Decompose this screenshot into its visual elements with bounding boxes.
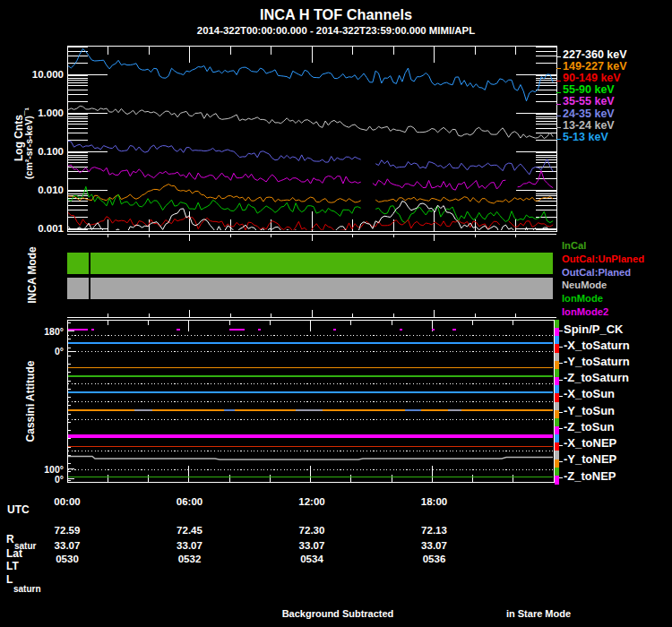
svg-text:IonMode2: IonMode2 — [562, 306, 608, 317]
svg-text:-Z_toSun: -Z_toSun — [564, 420, 614, 434]
svg-text:-Y_toNEP: -Y_toNEP — [564, 452, 617, 466]
svg-text:IonMode: IonMode — [562, 293, 603, 304]
svg-text:(cm²-sr-s-keV)¯¹: (cm²-sr-s-keV)¯¹ — [23, 107, 34, 179]
svg-text:-X_toSun: -X_toSun — [564, 387, 615, 400]
svg-text:0530: 0530 — [56, 554, 79, 564]
svg-text:72.13: 72.13 — [421, 525, 447, 536]
svg-text:-X_toNEP: -X_toNEP — [564, 436, 617, 450]
svg-text:180°: 180° — [44, 326, 64, 337]
svg-text:InCal: InCal — [562, 240, 586, 251]
svg-text:-X_toSaturn: -X_toSaturn — [564, 339, 630, 352]
svg-text:72.59: 72.59 — [55, 525, 81, 536]
svg-text:18:00: 18:00 — [421, 496, 447, 507]
svg-text:saturn: saturn — [13, 584, 41, 594]
svg-text:INCA H TOF Channels: INCA H TOF Channels — [260, 6, 412, 22]
svg-text:Spin/P_CK: Spin/P_CK — [564, 322, 624, 336]
svg-text:0°: 0° — [55, 474, 64, 485]
svg-text:5-13 keV: 5-13 keV — [563, 131, 608, 143]
svg-text:55-90 keV: 55-90 keV — [563, 83, 615, 96]
svg-text:06:00: 06:00 — [177, 496, 202, 507]
svg-text:Lat: Lat — [6, 547, 22, 560]
svg-text:0.001: 0.001 — [38, 223, 64, 234]
svg-text:12:00: 12:00 — [298, 496, 324, 507]
svg-text:35-55 keV: 35-55 keV — [563, 95, 615, 107]
svg-text:10.000: 10.000 — [32, 69, 64, 80]
svg-text:1.000: 1.000 — [38, 107, 64, 118]
svg-text:INCA Mode: INCA Mode — [26, 246, 39, 304]
svg-text:72.30: 72.30 — [299, 525, 325, 536]
svg-text:Background Subtracted: Background Subtracted — [282, 608, 394, 619]
svg-text:33.07: 33.07 — [299, 540, 325, 551]
svg-text:24-35 keV: 24-35 keV — [563, 107, 615, 120]
svg-text:NeuMode: NeuMode — [562, 279, 607, 290]
svg-text:-Z_toNEP: -Z_toNEP — [564, 469, 616, 483]
svg-text:90-149 keV: 90-149 keV — [563, 72, 621, 84]
svg-text:OutCal:Planed: OutCal:Planed — [562, 267, 631, 278]
svg-text:-Y_toSun: -Y_toSun — [564, 404, 615, 417]
svg-text:0532: 0532 — [178, 554, 202, 564]
svg-text:R: R — [6, 533, 14, 545]
svg-text:Cassini Attitude: Cassini Attitude — [24, 360, 37, 442]
svg-text:0.100: 0.100 — [38, 146, 64, 157]
svg-text:227-360 keV: 227-360 keV — [563, 48, 627, 61]
svg-text:33.07: 33.07 — [177, 540, 202, 551]
svg-text:-Z_toSaturn: -Z_toSaturn — [564, 371, 629, 384]
svg-text:72.45: 72.45 — [177, 525, 202, 536]
svg-text:2014-322T00:00:00.000 - 2014-3: 2014-322T00:00:00.000 - 2014-322T23:59:0… — [197, 25, 475, 36]
svg-text:0.010: 0.010 — [38, 185, 64, 195]
svg-text:0°: 0° — [55, 346, 64, 356]
svg-text:L: L — [6, 573, 13, 586]
svg-text:in Stare Mode: in Stare Mode — [506, 608, 571, 619]
svg-text:0536: 0536 — [423, 554, 446, 564]
svg-text:13-24 keV: 13-24 keV — [563, 119, 615, 132]
svg-text:OutCal:UnPlaned: OutCal:UnPlaned — [562, 253, 644, 264]
svg-text:0534: 0534 — [300, 554, 323, 564]
svg-text:-Y_toSaturn: -Y_toSaturn — [564, 355, 630, 368]
svg-text:UTC: UTC — [7, 503, 30, 516]
svg-text:33.07: 33.07 — [55, 540, 81, 551]
svg-text:LT: LT — [6, 560, 19, 572]
svg-text:33.07: 33.07 — [421, 540, 447, 551]
svg-text:149-227 keV: 149-227 keV — [563, 60, 627, 73]
svg-text:00:00: 00:00 — [54, 496, 80, 507]
